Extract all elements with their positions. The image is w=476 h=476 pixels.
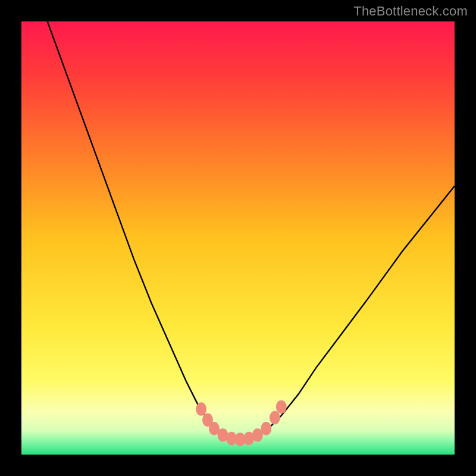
plot-background <box>21 21 455 455</box>
valley-marker <box>270 411 280 425</box>
bottleneck-chart <box>0 0 476 476</box>
chart-frame: TheBottleneck.com <box>0 0 476 476</box>
valley-marker <box>261 422 271 436</box>
valley-marker <box>276 400 287 414</box>
attribution-watermark: TheBottleneck.com <box>353 4 468 19</box>
valley-marker <box>196 402 206 416</box>
